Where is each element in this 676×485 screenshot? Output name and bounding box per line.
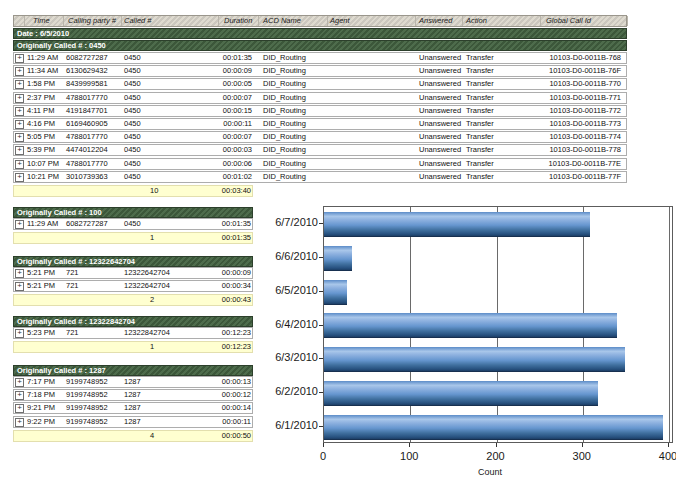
x-tick-label: 100 xyxy=(389,450,429,462)
cell-agent xyxy=(328,145,416,155)
cell-calling: 4191847701 xyxy=(64,106,122,116)
cell-duration: 00:00:15 xyxy=(219,106,259,116)
chart-bar-6/1/2010 xyxy=(324,415,663,440)
group-table: Originally Called # : 12322642704+5:21 P… xyxy=(13,256,253,306)
expander-cell: + xyxy=(14,79,25,89)
table-row: +11:29 AM6082727287045000:01:35 xyxy=(13,218,253,230)
cell-answered: Unanswered xyxy=(416,53,463,63)
cell-calling: 721 xyxy=(64,268,122,278)
cell-called: 12322642704 xyxy=(122,281,219,291)
cell-answered: Unanswered xyxy=(416,106,463,116)
cell-duration: 00:00:14 xyxy=(219,403,254,413)
cell-calling: 9199748952 xyxy=(64,377,122,387)
date-group-band: Date : 6/5/2010 xyxy=(13,28,627,39)
cell-answered: Unanswered xyxy=(416,159,463,169)
cell-calling: 6082727287 xyxy=(64,219,122,229)
chart-x-axis-title: Count xyxy=(478,467,502,477)
summary-count: 4 xyxy=(122,431,219,441)
expand-icon[interactable]: + xyxy=(15,282,24,291)
chart-bar-6/5/2010 xyxy=(324,280,347,305)
table-row: +11:29 AM6082727287045000:01:35DID_Routi… xyxy=(13,52,627,64)
y-tick-label: 6/3/2010 xyxy=(250,351,318,363)
expand-icon[interactable]: + xyxy=(15,160,24,169)
cell-called: 0450 xyxy=(122,145,219,155)
cell-acd: DID_Routing xyxy=(259,93,328,103)
cell-duration: 00:12:23 xyxy=(219,328,254,338)
table-row: +5:21 PM7211232264270400:00:09 xyxy=(13,267,253,279)
expand-icon[interactable]: + xyxy=(15,146,24,155)
spacer xyxy=(64,233,122,243)
column-header-acd: ACD Name xyxy=(259,16,328,26)
expand-icon[interactable]: + xyxy=(15,269,24,278)
expander-cell: + xyxy=(14,328,25,338)
summary-total-duration: 00:03:40 xyxy=(219,186,254,196)
expander-cell: + xyxy=(14,159,25,169)
expand-icon[interactable]: + xyxy=(15,80,24,89)
expand-icon[interactable]: + xyxy=(15,378,24,387)
summary-total-duration: 00:12:23 xyxy=(219,342,254,352)
y-tick-label: 6/7/2010 xyxy=(250,216,318,228)
expand-icon[interactable]: + xyxy=(15,220,24,229)
cell-called: 0450 xyxy=(122,93,219,103)
cell-calling: 721 xyxy=(64,281,122,291)
y-axis-tick xyxy=(319,358,323,359)
expand-icon[interactable]: + xyxy=(15,120,24,129)
expand-icon[interactable]: + xyxy=(15,67,24,76)
cell-action: Transfer xyxy=(463,66,541,76)
cell-duration: 00:00:07 xyxy=(219,132,259,142)
cell-global: 10103-D0-0011B-77F xyxy=(541,172,628,182)
table-row: +11:34 AM6130629432045000:00:09DID_Routi… xyxy=(13,65,627,77)
column-header-global: Global Call Id xyxy=(541,16,628,26)
expand-icon[interactable]: + xyxy=(15,404,24,413)
spacer xyxy=(14,295,25,305)
cell-called: 0450 xyxy=(122,219,219,229)
expand-icon[interactable]: + xyxy=(15,391,24,400)
cell-called: 0450 xyxy=(122,172,219,182)
expand-icon[interactable]: + xyxy=(15,107,24,116)
cell-time: 11:29 AM xyxy=(25,53,64,63)
expander-cell: + xyxy=(14,390,25,400)
group-summary-row: 100:12:23 xyxy=(13,341,253,353)
table-row: +10:07 PM4788017770045000:00:06DID_Routi… xyxy=(13,158,627,170)
cell-called: 0450 xyxy=(122,66,219,76)
expander-cell: + xyxy=(14,66,25,76)
cell-called: 1287 xyxy=(122,377,219,387)
table-row: +4:11 PM4191847701045000:00:15DID_Routin… xyxy=(13,105,627,117)
x-tick-label: 200 xyxy=(476,450,516,462)
cell-time: 10:21 PM xyxy=(25,172,64,182)
expand-icon[interactable]: + xyxy=(15,54,24,63)
cell-time: 4:16 PM xyxy=(25,119,64,129)
expand-icon[interactable]: + xyxy=(15,418,24,427)
cell-time: 11:34 AM xyxy=(25,66,64,76)
group-summary-row: 400:00:50 xyxy=(13,430,253,442)
spacer xyxy=(64,342,122,352)
calls-per-day-chart: Date Count 01002003004006/7/20106/6/2010… xyxy=(250,195,676,485)
chart-bar-6/6/2010 xyxy=(324,246,352,271)
expander-cell: + xyxy=(14,119,25,129)
chart-gridline xyxy=(669,207,670,442)
cell-called: 0450 xyxy=(122,159,219,169)
group-band: Originally Called # : 100 xyxy=(13,207,253,218)
table-header-row: TimeCalling party #Called #DurationACD N… xyxy=(13,15,627,27)
expand-icon[interactable]: + xyxy=(15,329,24,338)
expander-cell: + xyxy=(14,403,25,413)
cell-time: 1:58 PM xyxy=(25,79,64,89)
expand-icon[interactable]: + xyxy=(15,94,24,103)
chart-bar-6/2/2010 xyxy=(324,381,598,406)
cell-duration: 00:00:09 xyxy=(219,66,259,76)
spacer xyxy=(14,233,25,243)
cell-time: 5:05 PM xyxy=(25,132,64,142)
cell-duration: 00:00:11 xyxy=(219,417,254,427)
expand-icon[interactable]: + xyxy=(15,173,24,182)
cell-calling: 3010739363 xyxy=(64,172,122,182)
cell-called: 1287 xyxy=(122,417,219,427)
cell-called: 1287 xyxy=(122,390,219,400)
expand-icon[interactable]: + xyxy=(15,133,24,142)
expander-cell: + xyxy=(14,219,25,229)
cell-time: 5:21 PM xyxy=(25,268,64,278)
chart-plot-area xyxy=(323,206,673,443)
table-row: +9:22 PM9199748952128700:00:11 xyxy=(13,416,253,428)
table-row: +5:05 PM4788017770045000:00:07DID_Routin… xyxy=(13,131,627,143)
cell-time: 7:18 PM xyxy=(25,390,64,400)
cell-acd: DID_Routing xyxy=(259,66,328,76)
